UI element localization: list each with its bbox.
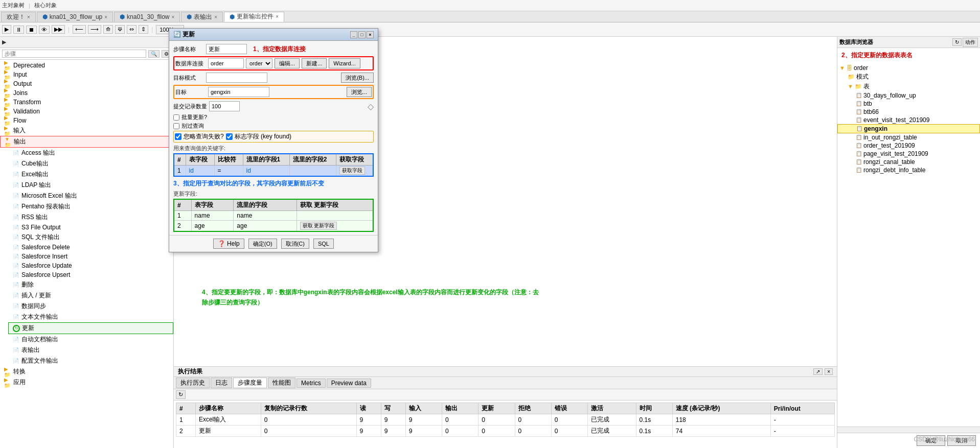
sidebar-search-btn[interactable]: 🔍 bbox=[148, 50, 159, 58]
sidebar-item-excel-output[interactable]: 📄 Excel输出 bbox=[8, 169, 173, 180]
results-tab-metrics-en[interactable]: Metrics bbox=[297, 379, 326, 388]
sidebar-item-sf-upsert[interactable]: 📄 Salesforce Upsert bbox=[8, 270, 173, 279]
sidebar-item-config-output[interactable]: 📄 配置文件输出 bbox=[8, 356, 173, 366]
sidebar-item-input-cn[interactable]: ▶ 📁 输入 bbox=[0, 125, 173, 136]
sidebar-item-transform[interactable]: ▶ 📁 Transform bbox=[0, 98, 173, 107]
db-scroll-area[interactable] bbox=[837, 427, 980, 433]
sidebar-item-auto-doc[interactable]: 📄 自动文档输出 bbox=[8, 334, 173, 345]
pause-button[interactable]: ⏸ bbox=[13, 26, 24, 34]
help-btn[interactable]: ❓ Help bbox=[213, 239, 244, 249]
distribute-v[interactable]: ⇕ bbox=[139, 25, 148, 34]
key-row-1[interactable]: 1 id = id 获取字段 bbox=[174, 166, 373, 177]
browse-target-btn[interactable]: 浏览... bbox=[347, 87, 372, 97]
results-tab-history[interactable]: 执行历史 bbox=[176, 378, 210, 388]
db-table-page-visit[interactable]: 📋 page_visit_test_201909 bbox=[837, 150, 980, 158]
get-fields-btn[interactable]: 获取字段 bbox=[339, 167, 365, 175]
sidebar-item-data-sync[interactable]: 📄 数据同步 bbox=[8, 301, 173, 312]
sidebar-item-deprecated[interactable]: ▶ 📁 Deprecated bbox=[0, 61, 173, 70]
tab-table-output[interactable]: ⬢ 表输出 × bbox=[181, 12, 223, 22]
align-top[interactable]: ⟰ bbox=[103, 25, 113, 34]
sidebar-item-update[interactable]: ↻ 更新 bbox=[8, 322, 173, 334]
db-schema-folder[interactable]: 📁 模式 bbox=[837, 72, 980, 82]
db-table-btb66[interactable]: 📋 btb66 bbox=[837, 108, 980, 116]
results-tab-perf[interactable]: 性能图 bbox=[268, 378, 295, 388]
db-table-btb[interactable]: 📋 btb bbox=[837, 100, 980, 108]
sidebar-item-insert-update[interactable]: 📄 插入 / 更新 bbox=[8, 290, 173, 301]
ignore-fail-checkbox[interactable] bbox=[175, 133, 181, 140]
sidebar-item-sql-output[interactable]: 📄 SQL 文件输出 bbox=[8, 232, 173, 243]
results-tab-preview[interactable]: Preview data bbox=[327, 379, 371, 388]
db-edit-btn[interactable]: 编辑... bbox=[275, 58, 300, 68]
subquery-checkbox[interactable] bbox=[173, 123, 179, 129]
sidebar-item-flow[interactable]: ▶ 📁 Flow bbox=[0, 116, 173, 125]
sidebar-item-transform-cn[interactable]: ▶ 📁 转换 bbox=[0, 366, 173, 377]
db-new-btn[interactable]: 新建... bbox=[302, 58, 327, 68]
batch-update-checkbox[interactable] bbox=[173, 114, 179, 121]
db-wizard-btn[interactable]: Wizard... bbox=[329, 58, 360, 68]
sidebar-toggle[interactable]: ▶ bbox=[2, 39, 6, 45]
dialog-min-btn[interactable]: _ bbox=[350, 37, 357, 38]
core-object-label[interactable]: 核心对象 bbox=[34, 2, 57, 9]
cancel-btn[interactable]: 取消(C) bbox=[281, 239, 309, 249]
db-order-root[interactable]: ▼ 🗄 order bbox=[837, 64, 980, 72]
db-input[interactable] bbox=[208, 58, 244, 68]
target-schema-input[interactable] bbox=[206, 73, 267, 83]
sidebar-item-sf-update[interactable]: 📄 Salesforce Update bbox=[8, 261, 173, 270]
db-table-event-visit[interactable]: 📋 event_visit_test_201909 bbox=[837, 116, 980, 124]
align-left[interactable]: ⟵ bbox=[73, 25, 86, 34]
sidebar-search-input[interactable] bbox=[2, 50, 146, 58]
align-right[interactable]: ⟶ bbox=[88, 25, 101, 34]
sidebar-item-validation[interactable]: ▶ 📁 Validation bbox=[0, 107, 173, 116]
sidebar-item-sf-delete[interactable]: 📄 Salesforce Delete bbox=[8, 243, 173, 252]
sidebar-item-output-cn[interactable]: ▼ 📁 输出 bbox=[0, 136, 173, 148]
sidebar-item-joins[interactable]: ▶ 📁 Joins bbox=[0, 88, 173, 98]
tab-fllow-up[interactable]: ⬢ kna01_30_fllow_up × bbox=[37, 12, 113, 22]
db-table-order-test[interactable]: 📋 order_test_201909 bbox=[837, 142, 980, 150]
key-found-checkbox[interactable] bbox=[226, 133, 233, 140]
db-refresh-btn[interactable]: ↻ bbox=[952, 38, 962, 46]
sidebar-item-delete[interactable]: 📄 删除 bbox=[8, 279, 173, 290]
tab-update-output[interactable]: ⬢ 更新输出控件 × bbox=[224, 12, 284, 22]
step-name-input[interactable] bbox=[206, 44, 247, 54]
sql-btn[interactable]: SQL bbox=[313, 239, 334, 249]
preview-button[interactable]: 👁 bbox=[39, 26, 50, 34]
db-select[interactable]: order bbox=[246, 58, 272, 68]
sidebar-item-sf-insert[interactable]: 📄 Salesforce Insert bbox=[8, 252, 173, 261]
sidebar-item-table-output[interactable]: 📄 表输出 bbox=[8, 345, 173, 356]
results-tab-metrics[interactable]: 步骤度量 bbox=[233, 378, 267, 388]
ok-btn[interactable]: 确定(O) bbox=[248, 239, 277, 249]
distribute-h[interactable]: ⇔ bbox=[127, 25, 136, 34]
update-dialog[interactable]: 🔄 更新 _ □ × 步骤名称 1、指定数据库连接 数据库连接 bbox=[169, 37, 378, 252]
db-table-folder[interactable]: ▼ 📁 表 bbox=[837, 82, 980, 91]
dialog-max-btn[interactable]: □ bbox=[358, 37, 366, 38]
results-expand-btn[interactable]: ↗ bbox=[813, 368, 823, 375]
results-refresh-btn[interactable]: ↻ bbox=[176, 390, 186, 399]
target-input[interactable] bbox=[208, 87, 269, 97]
tab-fllow[interactable]: ⬢ kna01_30_fllow × bbox=[114, 12, 180, 22]
sidebar-item-s3-output[interactable]: 📄 S3 File Output bbox=[8, 223, 173, 232]
get-update-fields-btn[interactable]: 获取 更新字段 bbox=[300, 222, 337, 230]
update-row-2[interactable]: 2 age age 获取 更新字段 bbox=[174, 221, 373, 232]
sidebar-item-rss-output[interactable]: 📄 RSS 输出 bbox=[8, 212, 173, 223]
commit-input[interactable] bbox=[209, 101, 240, 111]
run-button[interactable]: ▶ bbox=[2, 25, 11, 34]
db-table-gengxin[interactable]: 📋 gengxin bbox=[837, 124, 980, 133]
sidebar-item-text-output[interactable]: 📄 文本文件输出 bbox=[8, 312, 173, 322]
update-row-1[interactable]: 1 name name bbox=[174, 211, 373, 221]
sidebar-item-application[interactable]: ▶ 📁 应用 bbox=[0, 377, 173, 388]
db-table-rongzi-canal[interactable]: 📋 rongzi_canal_table bbox=[837, 158, 980, 166]
align-bottom[interactable]: ⟱ bbox=[115, 25, 125, 34]
db-table-in-out[interactable]: 📋 in_out_rongzi_table bbox=[837, 133, 980, 142]
db-table-30days[interactable]: 📋 30_days_follow_up bbox=[837, 91, 980, 100]
sidebar-item-ms-excel-output[interactable]: 📄 Microsoft Excel 输出 bbox=[8, 191, 173, 201]
stop-button[interactable]: ⏹ bbox=[26, 26, 37, 34]
main-object-label[interactable]: 主对象树 bbox=[2, 2, 25, 9]
sidebar-item-access-output[interactable]: 📄 Access 输出 bbox=[8, 148, 173, 158]
sidebar-item-input[interactable]: ▶ 📁 Input bbox=[0, 70, 173, 79]
sidebar-item-pentaho-output[interactable]: 📄 Pentaho 报表输出 bbox=[8, 201, 173, 212]
results-close-btn[interactable]: × bbox=[825, 368, 833, 375]
tab-welcome[interactable]: 欢迎！ × bbox=[1, 12, 36, 22]
step-button[interactable]: ▶▶ bbox=[52, 25, 65, 34]
sidebar-item-cube-output[interactable]: 📄 Cube输出 bbox=[8, 158, 173, 169]
db-action-btn[interactable]: 动作 bbox=[963, 38, 978, 47]
